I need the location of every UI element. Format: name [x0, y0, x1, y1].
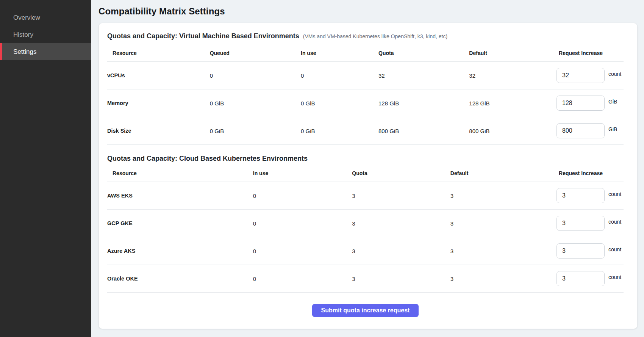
sidebar-nav: Overview History Settings	[0, 0, 91, 60]
cell-default: 3	[450, 276, 533, 282]
settings-card: Quotas and Capacity: Virtual Machine Bas…	[98, 23, 638, 329]
actions-bar: Submit quota increase request	[107, 293, 624, 317]
sidebar-item-overview[interactable]: Overview	[0, 9, 91, 26]
column-header-default: Default	[450, 170, 533, 176]
cell-in-use: 0	[253, 193, 352, 199]
unit-label: count	[608, 219, 624, 225]
sidebar-item-history[interactable]: History	[0, 26, 91, 43]
submit-quota-increase-button[interactable]: Submit quota increase request	[312, 304, 419, 317]
request-increase-cell: GiB	[533, 123, 624, 138]
table-row-vcpus: vCPUs 0 0 32 32 count	[107, 62, 624, 89]
table-row-oracle-oke: Oracle OKE 0 3 3 count	[107, 265, 624, 293]
cell-default: 3	[450, 220, 533, 227]
cell-quota: 800 GiB	[378, 128, 469, 134]
page-title: Compatibility Matrix Settings	[98, 6, 638, 17]
request-increase-input[interactable]	[556, 188, 605, 203]
cell-resource: Disk Size	[107, 128, 210, 134]
cell-queued: 0 GiB	[210, 100, 301, 107]
column-header-resource: Resource	[107, 50, 210, 56]
cell-quota: 3	[352, 220, 450, 227]
cell-in-use: 0	[253, 248, 352, 254]
cell-resource: GCP GKE	[107, 220, 253, 226]
cell-queued: 0	[210, 72, 301, 79]
main-content: Compatibility Matrix Settings Quotas and…	[91, 0, 644, 337]
column-header-in-use: In use	[301, 50, 378, 56]
cell-default: 128 GiB	[469, 100, 533, 107]
section-vm-environments: Quotas and Capacity: Virtual Machine Bas…	[107, 32, 624, 145]
section-title-cloud: Quotas and Capacity: Cloud Based Kuberne…	[107, 155, 308, 163]
request-increase-input[interactable]	[556, 68, 605, 83]
cell-resource: Memory	[107, 100, 210, 106]
column-header-in-use: In use	[253, 170, 352, 176]
cell-queued: 0 GiB	[210, 128, 301, 134]
request-increase-cell: count	[533, 216, 624, 231]
cell-quota: 3	[352, 276, 450, 282]
cell-default: 3	[450, 193, 533, 199]
column-header-quota: Quota	[352, 170, 450, 176]
column-header-quota: Quota	[378, 50, 469, 56]
table-row-gcp-gke: GCP GKE 0 3 3 count	[107, 210, 624, 237]
section-title-vm: Quotas and Capacity: Virtual Machine Bas…	[107, 32, 299, 40]
cell-resource: AWS EKS	[107, 193, 253, 199]
cell-default: 3	[450, 248, 533, 254]
column-header-request-increase: Request Increase	[559, 170, 624, 176]
unit-label: count	[608, 71, 624, 77]
cell-resource: Oracle OKE	[107, 276, 253, 282]
cell-in-use: 0 GiB	[301, 100, 378, 107]
request-increase-input[interactable]	[556, 243, 605, 259]
cell-resource: Azure AKS	[107, 248, 253, 254]
cell-in-use: 0	[301, 72, 378, 79]
sidebar-item-settings[interactable]: Settings	[0, 43, 91, 60]
request-increase-input[interactable]	[556, 271, 605, 286]
unit-label: GiB	[608, 126, 624, 132]
unit-label: count	[608, 191, 624, 197]
section-cloud-kubernetes: Quotas and Capacity: Cloud Based Kuberne…	[107, 155, 624, 293]
request-increase-cell: GiB	[533, 96, 624, 111]
table-row-aws-eks: AWS EKS 0 3 3 count	[107, 182, 624, 210]
unit-label: count	[608, 246, 624, 252]
table-row-disk-size: Disk Size 0 GiB 0 GiB 800 GiB 800 GiB Gi…	[107, 117, 624, 145]
section-note-vm: (VMs and VM-based Kubernetes like OpenSh…	[303, 33, 447, 39]
request-increase-cell: count	[533, 243, 624, 259]
request-increase-cell: count	[533, 188, 624, 203]
cell-in-use: 0	[253, 276, 352, 282]
request-increase-input[interactable]	[556, 123, 605, 138]
table-row-azure-aks: Azure AKS 0 3 3 count	[107, 237, 624, 265]
cell-quota: 3	[352, 248, 450, 254]
unit-label: count	[608, 274, 624, 280]
cell-quota: 3	[352, 193, 450, 199]
cell-resource: vCPUs	[107, 72, 210, 78]
column-header-default: Default	[469, 50, 533, 56]
table-header-row: Resource Queued In use Quota Default Req…	[107, 40, 624, 62]
request-increase-cell: count	[533, 68, 624, 83]
cell-in-use: 0	[253, 220, 352, 227]
cell-quota: 32	[378, 72, 469, 79]
request-increase-cell: count	[533, 271, 624, 286]
request-increase-input[interactable]	[556, 216, 605, 231]
app-window: Overview History Settings Compatibility …	[0, 0, 644, 337]
column-header-queued: Queued	[210, 50, 301, 56]
cell-quota: 128 GiB	[378, 100, 469, 107]
unit-label: GiB	[608, 99, 624, 105]
column-header-request-increase: Request Increase	[559, 50, 624, 56]
cell-default: 800 GiB	[469, 128, 533, 134]
cell-in-use: 0 GiB	[301, 128, 378, 134]
table-row-memory: Memory 0 GiB 0 GiB 128 GiB 128 GiB GiB	[107, 89, 624, 117]
request-increase-input[interactable]	[556, 96, 605, 111]
cell-default: 32	[469, 72, 533, 79]
table-header-row: Resource In use Quota Default Request In…	[107, 163, 624, 182]
sidebar: Overview History Settings	[0, 0, 91, 337]
column-header-resource: Resource	[107, 170, 253, 176]
